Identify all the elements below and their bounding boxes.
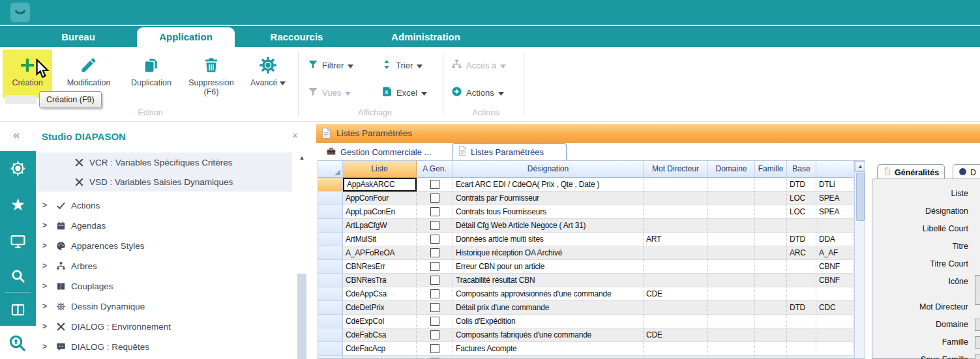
select-all-header[interactable] <box>318 161 343 178</box>
cell-a-gen[interactable] <box>417 205 453 219</box>
row-header[interactable] <box>318 356 343 359</box>
column-header-liste[interactable]: Liste <box>343 161 417 178</box>
chevron-right-icon[interactable]: > <box>36 261 55 270</box>
cell-base[interactable] <box>787 342 816 356</box>
cell-extra[interactable]: DTLi <box>816 178 854 192</box>
row-header[interactable] <box>318 178 343 192</box>
cell-mot-directeur[interactable] <box>644 246 708 260</box>
cell-liste[interactable]: CdeAppCsa <box>343 287 417 301</box>
row-header[interactable] <box>318 205 343 219</box>
app-logo-icon[interactable] <box>10 3 30 22</box>
cell-mot-directeur[interactable]: ART <box>644 233 708 246</box>
cell-famille[interactable] <box>755 301 787 315</box>
chevron-right-icon[interactable]: > <box>36 221 55 230</box>
search-icon[interactable] <box>0 262 36 291</box>
cell-base[interactable] <box>787 287 816 301</box>
cell-extra[interactable] <box>816 328 854 342</box>
chevron-right-icon[interactable]: > <box>36 241 55 250</box>
row-header[interactable] <box>318 233 343 246</box>
checkbox[interactable] <box>430 180 439 189</box>
cell-designation[interactable]: Factures Acompte <box>453 342 644 356</box>
tree-item-arbres[interactable]: > Arbres <box>36 256 292 276</box>
row-header[interactable] <box>318 192 343 205</box>
tree-item-actions[interactable]: > Actions <box>36 195 292 215</box>
location-search-icon[interactable] <box>7 332 29 354</box>
cell-mot-directeur[interactable] <box>644 260 708 274</box>
cell-liste[interactable]: A_APFoReOA <box>343 246 417 260</box>
row-header[interactable] <box>318 260 343 274</box>
cell-extra[interactable]: DDA <box>816 233 854 246</box>
row-header[interactable] <box>318 301 343 315</box>
monitor-icon[interactable] <box>0 227 36 255</box>
famille-input-fragment[interactable] <box>975 336 980 349</box>
sidebar-close-icon[interactable]: × <box>292 130 298 141</box>
chevron-right-icon[interactable]: > <box>36 201 55 210</box>
cell-base[interactable]: DTD <box>787 178 816 192</box>
chevron-right-icon[interactable]: > <box>36 281 55 291</box>
cell-base[interactable] <box>787 274 816 287</box>
column-header-famille[interactable]: Famille <box>755 161 787 178</box>
column-header-a-gen[interactable]: A Gen. <box>417 161 453 178</box>
cell-liste[interactable]: CdeLigCol <box>343 356 417 359</box>
cell-mot-directeur[interactable] <box>644 342 708 356</box>
chevron-right-icon[interactable]: > <box>36 342 55 351</box>
duplication-button[interactable]: Duplication <box>124 50 179 98</box>
cell-base[interactable] <box>787 315 816 328</box>
cell-extra[interactable] <box>816 287 854 301</box>
cell-mot-directeur[interactable] <box>644 205 708 219</box>
cell-liste[interactable]: ArtLpaCfgW <box>343 219 417 233</box>
cell-domaine[interactable] <box>708 287 755 301</box>
trier-button[interactable]: Trier <box>381 57 443 73</box>
grid-vertical-scrollbar[interactable]: ▲ <box>854 161 865 358</box>
cell-designation[interactable]: Historique réception OA Archivé <box>453 246 644 260</box>
checkbox[interactable] <box>430 289 439 298</box>
cell-famille[interactable] <box>755 274 787 287</box>
cell-liste[interactable]: CdeFabCsa <box>343 328 417 342</box>
cell-mot-directeur[interactable] <box>644 315 708 328</box>
cell-extra[interactable] <box>816 315 854 328</box>
cell-designation[interactable]: Erreur CBN pour un article <box>453 260 644 274</box>
sidebar-scrollbar[interactable]: ▲ <box>297 152 307 359</box>
cell-mot-directeur[interactable] <box>644 192 708 205</box>
cell-domaine[interactable] <box>708 233 755 246</box>
icone-input-fragment[interactable] <box>975 275 980 305</box>
row-header[interactable] <box>318 219 343 233</box>
cell-base[interactable] <box>787 328 816 342</box>
cell-liste[interactable]: CdeExpCol <box>343 315 417 328</box>
cell-famille[interactable] <box>755 178 787 192</box>
tree-item-couplages[interactable]: > Couplages <box>36 276 292 296</box>
tab-bureau[interactable]: Bureau <box>29 27 127 47</box>
cell-domaine[interactable] <box>708 356 755 359</box>
cell-designation[interactable]: Colis d'Expédition <box>453 356 644 359</box>
cell-a-gen[interactable] <box>417 287 453 301</box>
cell-base[interactable]: DTD <box>787 233 816 246</box>
cell-domaine[interactable] <box>708 274 755 287</box>
tab-administration[interactable]: Administration <box>361 27 491 47</box>
cell-a-gen[interactable] <box>417 246 453 260</box>
chevron-right-icon[interactable]: > <box>36 302 55 311</box>
actions-button[interactable]: Actions <box>451 85 516 100</box>
tab-d-partial[interactable]: D <box>953 164 980 180</box>
sidebar-collapse-icon[interactable]: « <box>13 128 20 142</box>
scroll-up-icon[interactable]: ▲ <box>297 152 307 163</box>
chevron-right-icon[interactable]: > <box>36 322 55 331</box>
cell-designation[interactable]: Colis d'Expédition <box>453 315 644 328</box>
cell-base[interactable] <box>787 219 816 233</box>
cell-designation[interactable]: Ecart ARC EDI / CdeOA( Prix , Qte , Date… <box>453 178 644 192</box>
doc-tab-listes-parametrees[interactable]: Listes Paramétrées <box>452 143 567 160</box>
tree-item-vsd[interactable]: VSD : Variables Saisies Dynamiques <box>36 172 292 192</box>
checkbox[interactable] <box>430 235 439 244</box>
cell-a-gen[interactable] <box>417 260 453 274</box>
cell-a-gen[interactable] <box>417 219 453 233</box>
cell-famille[interactable] <box>755 287 787 301</box>
cell-base[interactable] <box>787 356 816 359</box>
cell-liste[interactable]: CdeDetPrix <box>343 301 417 315</box>
row-header[interactable] <box>318 342 343 356</box>
suppression-button[interactable]: Suppression (F6) <box>181 50 241 98</box>
tree-item-dessin-dynamique[interactable]: > Dessin Dynamique <box>36 296 292 316</box>
acces-a-button[interactable]: Accès à <box>451 57 516 73</box>
cell-domaine[interactable] <box>708 178 755 192</box>
scrollbar-thumb[interactable] <box>297 274 306 359</box>
cell-mot-directeur[interactable]: CDE <box>644 287 708 301</box>
cell-extra[interactable]: CBNF <box>816 260 854 274</box>
